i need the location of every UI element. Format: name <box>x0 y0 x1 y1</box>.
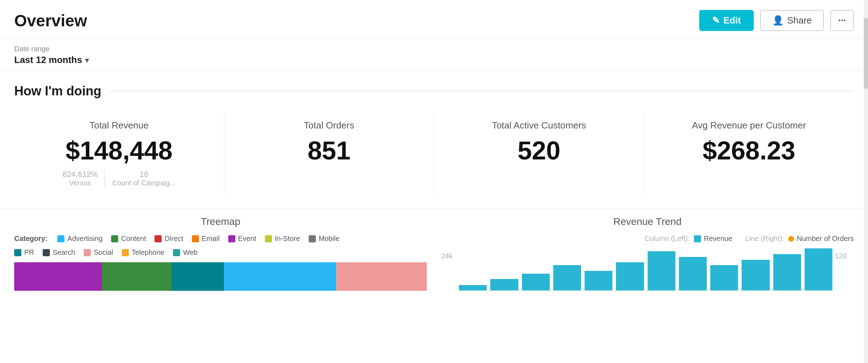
legend-item-mobile: Mobile <box>309 235 340 243</box>
revenue-bar-5 <box>585 271 612 290</box>
revenue-bar-6 <box>616 262 644 290</box>
legend-revenue: Revenue <box>694 235 732 243</box>
legend-item-web: Web <box>173 248 198 257</box>
legend-dot-instore <box>265 235 272 242</box>
kpi-total-customers-title: Total Active Customers <box>449 120 630 131</box>
legend-revenue-color <box>694 235 701 242</box>
legend-item-pr: PR <box>14 248 34 257</box>
treemap-seg-event2 <box>91 262 101 291</box>
revenue-bar-8 <box>679 257 707 290</box>
date-range-label: Date range <box>14 45 854 53</box>
scrollbar-track[interactable] <box>864 0 868 363</box>
charts-section: Treemap Category: Advertising Content Di… <box>0 209 868 305</box>
legend-orders-dot <box>788 236 794 242</box>
legend-dot-mobile <box>309 235 316 242</box>
date-range-selector[interactable]: Last 12 months ▾ <box>14 54 854 65</box>
revenue-bar-10 <box>742 260 769 290</box>
scrollbar-thumb[interactable] <box>864 18 868 89</box>
legend-dot-telephone <box>122 249 129 256</box>
kpi-avg-revenue-title: Avg Revenue per Customer <box>658 120 840 131</box>
treemap-seg-social <box>336 262 427 291</box>
header: Overview ✎ Edit 👤 Share ··· <box>0 0 868 38</box>
kpi-row: Total Revenue $148,448 824,612% Versus 1… <box>0 102 868 205</box>
kpi-avg-revenue-value: $268.23 <box>658 137 840 165</box>
share-icon: 👤 <box>772 15 784 26</box>
kpi-total-customers-value: 520 <box>449 137 630 165</box>
legend-dot-direct <box>155 235 162 242</box>
kpi-total-orders-value: 851 <box>239 137 420 165</box>
kpi-total-orders-title: Total Orders <box>239 120 420 131</box>
kpi-total-revenue-value: $148,448 <box>28 137 210 165</box>
revenue-bar-12 <box>805 248 832 290</box>
kpi-sub-count-label: Count of Campaig... <box>112 179 176 187</box>
treemap-seg-event <box>14 262 91 291</box>
treemap-seg-pr <box>172 262 224 291</box>
legend-dot-content <box>111 235 118 242</box>
revenue-trend-legend: Column (Left): Revenue Line (Right): Num… <box>441 235 854 243</box>
kpi-sub-percent: 824,612% <box>62 170 98 179</box>
legend-dot-advertising <box>57 235 64 242</box>
treemap-title: Treemap <box>14 216 427 227</box>
legend-dot-web <box>173 249 180 256</box>
revenue-chart-area: 24k 120 <box>441 248 854 298</box>
kpi-sub-count-item: 18 Count of Campaig... <box>105 170 183 187</box>
revenue-bars <box>459 248 832 291</box>
legend-dot-pr <box>14 249 21 256</box>
treemap-seg-advertising <box>224 262 322 291</box>
revenue-bar-1 <box>459 285 487 290</box>
legend-dot-social <box>84 249 91 256</box>
treemap-legend-row2: PR Search Social Telephone Web <box>14 248 427 257</box>
treemap-bar-row <box>14 262 427 291</box>
kpi-total-revenue-sub: 824,612% Versus 18 Count of Campaig... <box>28 170 210 187</box>
revenue-bar-11 <box>773 254 801 291</box>
treemap-panel: Treemap Category: Advertising Content Di… <box>14 216 427 298</box>
section-title-row: How I'm doing <box>0 71 868 102</box>
legend-dot-event <box>228 235 235 242</box>
revenue-trend-panel: Revenue Trend Column (Left): Revenue Lin… <box>441 216 854 298</box>
treemap-seg-content <box>102 262 172 291</box>
legend-orders: Number of Orders <box>788 235 854 243</box>
share-button[interactable]: 👤 Share <box>760 10 824 31</box>
treemap-seg-advertising2 <box>322 262 336 291</box>
revenue-bar-7 <box>648 251 675 290</box>
legend-item-search: Search <box>43 248 75 257</box>
legend-column-section: Column (Left): Revenue <box>644 235 732 243</box>
more-button[interactable]: ··· <box>830 10 854 31</box>
column-legend-label: Column (Left): <box>644 235 690 243</box>
kpi-avg-revenue: Avg Revenue per Customer $268.23 <box>644 113 854 194</box>
legend-item-event: Event <box>228 235 256 243</box>
legend-item-content: Content <box>111 235 146 243</box>
revenue-trend-title: Revenue Trend <box>441 216 854 227</box>
kpi-total-customers: Total Active Customers 520 <box>434 113 644 194</box>
edit-button[interactable]: ✎ Edit <box>699 10 754 31</box>
revenue-bar-4 <box>553 265 581 290</box>
pencil-icon: ✎ <box>712 15 720 26</box>
kpi-sub-versus: Versus <box>62 179 98 187</box>
legend-item-telephone: Telephone <box>122 248 164 257</box>
right-axis-label: 120 <box>835 252 847 260</box>
date-range-section: Date range Last 12 months ▾ <box>0 38 868 71</box>
legend-dot-email <box>192 235 199 242</box>
kpi-sub-percent-item: 824,612% Versus <box>55 170 105 187</box>
legend-item-instore: In-Store <box>265 235 300 243</box>
kpi-total-revenue-title: Total Revenue <box>28 120 210 131</box>
page-title: Overview <box>14 11 87 30</box>
section-title: How I'm doing <box>14 84 101 99</box>
legend-item-email: Email <box>192 235 220 243</box>
section-divider <box>109 91 854 91</box>
revenue-bar-3 <box>522 274 550 290</box>
legend-line-section: Line (Right): Number of Orders <box>745 235 854 243</box>
legend-item-advertising: Advertising <box>57 235 103 243</box>
legend-item-direct: Direct <box>155 235 183 243</box>
treemap-legend-prefix: Category: <box>14 235 47 243</box>
chevron-down-icon: ▾ <box>85 56 89 64</box>
legend-item-social: Social <box>84 248 113 257</box>
treemap-legend: Category: Advertising Content Direct Ema… <box>14 235 427 243</box>
line-legend-label: Line (Right): <box>745 235 784 243</box>
kpi-total-revenue: Total Revenue $148,448 824,612% Versus 1… <box>14 113 224 194</box>
left-axis-label: 24k <box>441 252 453 260</box>
revenue-bar-9 <box>710 265 738 290</box>
kpi-sub-count: 18 <box>112 170 176 179</box>
legend-dot-search <box>43 249 50 256</box>
revenue-bar-2 <box>490 279 518 290</box>
